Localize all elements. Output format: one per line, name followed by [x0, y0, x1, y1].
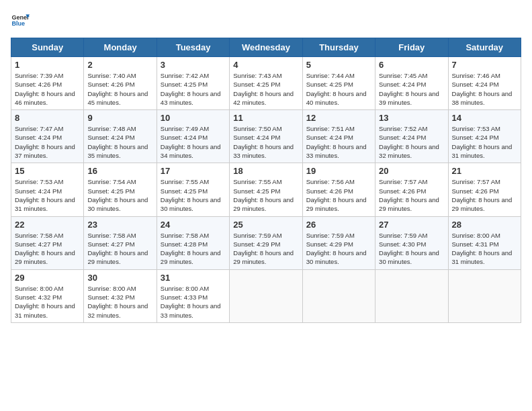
logo-icon: General Blue	[11, 11, 30, 30]
calendar-body: 1 Sunrise: 7:39 AMSunset: 4:26 PMDayligh…	[11, 57, 521, 323]
calendar-week: 1 Sunrise: 7:39 AMSunset: 4:26 PMDayligh…	[11, 57, 521, 110]
calendar-day: 20 Sunrise: 7:57 AMSunset: 4:26 PMDaylig…	[375, 163, 448, 216]
day-number: 20	[379, 166, 444, 176]
day-info: Sunrise: 7:52 AMSunset: 4:24 PMDaylight:…	[379, 124, 444, 160]
calendar-week: 22 Sunrise: 7:58 AMSunset: 4:27 PMDaylig…	[11, 216, 521, 269]
calendar-day: 4 Sunrise: 7:43 AMSunset: 4:25 PMDayligh…	[230, 57, 302, 110]
calendar-day: 25 Sunrise: 7:59 AMSunset: 4:29 PMDaylig…	[230, 216, 302, 269]
weekday-header: Thursday	[302, 38, 375, 57]
calendar-week: 15 Sunrise: 7:53 AMSunset: 4:24 PMDaylig…	[11, 163, 521, 216]
day-number: 10	[161, 113, 226, 123]
day-info: Sunrise: 7:49 AMSunset: 4:24 PMDaylight:…	[161, 124, 226, 160]
day-info: Sunrise: 7:51 AMSunset: 4:24 PMDaylight:…	[306, 124, 371, 160]
calendar-day: 5 Sunrise: 7:44 AMSunset: 4:25 PMDayligh…	[302, 57, 375, 110]
day-number: 29	[15, 273, 80, 283]
day-number: 23	[87, 220, 152, 230]
day-info: Sunrise: 7:53 AMSunset: 4:24 PMDaylight:…	[452, 124, 517, 160]
day-info: Sunrise: 7:56 AMSunset: 4:26 PMDaylight:…	[306, 177, 371, 213]
day-info: Sunrise: 7:55 AMSunset: 4:25 PMDaylight:…	[233, 177, 298, 213]
calendar-day: 12 Sunrise: 7:51 AMSunset: 4:24 PMDaylig…	[302, 110, 375, 163]
day-number: 13	[379, 113, 444, 123]
calendar-day: 29 Sunrise: 8:00 AMSunset: 4:32 PMDaylig…	[11, 269, 84, 322]
day-info: Sunrise: 7:47 AMSunset: 4:24 PMDaylight:…	[15, 124, 80, 160]
calendar-day: 6 Sunrise: 7:45 AMSunset: 4:24 PMDayligh…	[375, 57, 448, 110]
day-info: Sunrise: 7:44 AMSunset: 4:25 PMDaylight:…	[306, 71, 371, 107]
day-number: 11	[233, 113, 298, 123]
day-number: 21	[452, 166, 517, 176]
day-number: 7	[452, 60, 517, 70]
day-number: 26	[306, 220, 371, 230]
calendar-day: 17 Sunrise: 7:55 AMSunset: 4:25 PMDaylig…	[157, 163, 229, 216]
day-info: Sunrise: 7:59 AMSunset: 4:29 PMDaylight:…	[233, 231, 298, 267]
weekday-header: Wednesday	[230, 38, 302, 57]
calendar-day: 26 Sunrise: 7:59 AMSunset: 4:29 PMDaylig…	[302, 216, 375, 269]
calendar-day: 10 Sunrise: 7:49 AMSunset: 4:24 PMDaylig…	[157, 110, 229, 163]
weekday-header: Sunday	[11, 38, 84, 57]
calendar-day: 2 Sunrise: 7:40 AMSunset: 4:26 PMDayligh…	[84, 57, 157, 110]
day-info: Sunrise: 8:00 AMSunset: 4:32 PMDaylight:…	[87, 284, 152, 320]
calendar-day: 19 Sunrise: 7:56 AMSunset: 4:26 PMDaylig…	[302, 163, 375, 216]
day-number: 16	[87, 166, 152, 176]
day-info: Sunrise: 7:55 AMSunset: 4:25 PMDaylight:…	[161, 177, 226, 213]
day-number: 28	[452, 220, 517, 230]
calendar-day: 31 Sunrise: 8:00 AMSunset: 4:33 PMDaylig…	[157, 269, 229, 322]
day-number: 18	[233, 166, 298, 176]
calendar-table: SundayMondayTuesdayWednesdayThursdayFrid…	[11, 38, 521, 323]
weekday-header: Tuesday	[157, 38, 229, 57]
calendar-day: 11 Sunrise: 7:50 AMSunset: 4:24 PMDaylig…	[230, 110, 302, 163]
day-number: 6	[379, 60, 444, 70]
calendar-day: 13 Sunrise: 7:52 AMSunset: 4:24 PMDaylig…	[375, 110, 448, 163]
day-number: 9	[87, 113, 152, 123]
calendar-day: 21 Sunrise: 7:57 AMSunset: 4:26 PMDaylig…	[448, 163, 521, 216]
calendar-day: 18 Sunrise: 7:55 AMSunset: 4:25 PMDaylig…	[230, 163, 302, 216]
day-info: Sunrise: 7:42 AMSunset: 4:25 PMDaylight:…	[161, 71, 226, 107]
day-info: Sunrise: 8:00 AMSunset: 4:31 PMDaylight:…	[452, 231, 517, 267]
calendar-day: 23 Sunrise: 7:58 AMSunset: 4:27 PMDaylig…	[84, 216, 157, 269]
day-number: 31	[161, 273, 226, 283]
day-number: 1	[15, 60, 80, 70]
logo: General Blue	[11, 11, 30, 30]
day-info: Sunrise: 7:57 AMSunset: 4:26 PMDaylight:…	[379, 177, 444, 213]
calendar-week: 8 Sunrise: 7:47 AMSunset: 4:24 PMDayligh…	[11, 110, 521, 163]
day-number: 24	[161, 220, 226, 230]
day-info: Sunrise: 7:45 AMSunset: 4:24 PMDaylight:…	[379, 71, 444, 107]
calendar-day	[230, 269, 302, 322]
day-info: Sunrise: 7:58 AMSunset: 4:27 PMDaylight:…	[87, 231, 152, 267]
day-info: Sunrise: 7:48 AMSunset: 4:24 PMDaylight:…	[87, 124, 152, 160]
calendar-day: 1 Sunrise: 7:39 AMSunset: 4:26 PMDayligh…	[11, 57, 84, 110]
day-info: Sunrise: 8:00 AMSunset: 4:32 PMDaylight:…	[15, 284, 80, 320]
day-number: 22	[15, 220, 80, 230]
day-info: Sunrise: 7:50 AMSunset: 4:24 PMDaylight:…	[233, 124, 298, 160]
day-number: 12	[306, 113, 371, 123]
calendar-day: 8 Sunrise: 7:47 AMSunset: 4:24 PMDayligh…	[11, 110, 84, 163]
svg-text:Blue: Blue	[11, 20, 25, 27]
day-number: 15	[15, 166, 80, 176]
day-number: 4	[233, 60, 298, 70]
header: General Blue	[11, 11, 521, 30]
calendar-day: 30 Sunrise: 8:00 AMSunset: 4:32 PMDaylig…	[84, 269, 157, 322]
day-number: 14	[452, 113, 517, 123]
calendar-day: 7 Sunrise: 7:46 AMSunset: 4:24 PMDayligh…	[448, 57, 521, 110]
calendar-day: 3 Sunrise: 7:42 AMSunset: 4:25 PMDayligh…	[157, 57, 229, 110]
calendar-day: 24 Sunrise: 7:58 AMSunset: 4:28 PMDaylig…	[157, 216, 229, 269]
weekday-header: Friday	[375, 38, 448, 57]
day-info: Sunrise: 7:40 AMSunset: 4:26 PMDaylight:…	[87, 71, 152, 107]
calendar-day	[302, 269, 375, 322]
calendar-day: 27 Sunrise: 7:59 AMSunset: 4:30 PMDaylig…	[375, 216, 448, 269]
day-info: Sunrise: 7:58 AMSunset: 4:27 PMDaylight:…	[15, 231, 80, 267]
day-number: 30	[87, 273, 152, 283]
day-number: 8	[15, 113, 80, 123]
day-number: 27	[379, 220, 444, 230]
weekday-header: Monday	[84, 38, 157, 57]
day-info: Sunrise: 7:53 AMSunset: 4:24 PMDaylight:…	[15, 177, 80, 213]
calendar-week: 29 Sunrise: 8:00 AMSunset: 4:32 PMDaylig…	[11, 269, 521, 322]
day-info: Sunrise: 8:00 AMSunset: 4:33 PMDaylight:…	[161, 284, 226, 320]
day-info: Sunrise: 7:43 AMSunset: 4:25 PMDaylight:…	[233, 71, 298, 107]
calendar-day	[448, 269, 521, 322]
day-number: 17	[161, 166, 226, 176]
day-info: Sunrise: 7:39 AMSunset: 4:26 PMDaylight:…	[15, 71, 80, 107]
day-info: Sunrise: 7:59 AMSunset: 4:29 PMDaylight:…	[306, 231, 371, 267]
weekday-header: Saturday	[448, 38, 521, 57]
day-info: Sunrise: 7:54 AMSunset: 4:25 PMDaylight:…	[87, 177, 152, 213]
calendar-day: 28 Sunrise: 8:00 AMSunset: 4:31 PMDaylig…	[448, 216, 521, 269]
